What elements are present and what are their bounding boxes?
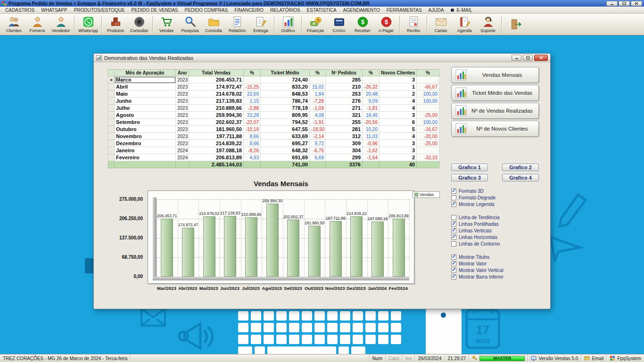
cell-item[interactable]: 100,00: [417, 119, 439, 126]
cell-ticket-medio[interactable]: 786,74: [261, 98, 310, 105]
toolbar-agenda[interactable]: Agenda: [453, 15, 476, 34]
column-header-n-pedidos[interactable]: Nº Pedidos: [326, 70, 363, 76]
cell-item[interactable]: -18,50: [310, 126, 326, 133]
cell-item[interactable]: 1,15: [244, 98, 261, 105]
cell-n-pedidos[interactable]: 271: [326, 105, 363, 112]
app-minimize-button[interactable]: [606, 1, 618, 6]
cell-item[interactable]: 8,66: [244, 140, 261, 147]
dialog-minimize-button[interactable]: [512, 55, 521, 61]
cell-item[interactable]: -2,14: [310, 133, 326, 140]
cell-item[interactable]: -1,62: [363, 147, 380, 154]
checkbox-linhas-horizontais[interactable]: Linhas Horizontais: [451, 234, 539, 240]
checkbox[interactable]: [451, 268, 456, 273]
cell-mes-de-apuracao[interactable]: Outubro: [115, 126, 176, 133]
cell-ano[interactable]: 2024: [176, 147, 189, 154]
cell-total-vendas[interactable]: 214.839,22: [189, 140, 244, 147]
cell-ticket-medio[interactable]: 691,69: [261, 154, 310, 161]
row-selector[interactable]: [108, 105, 115, 112]
cell-ano[interactable]: 2023: [176, 98, 189, 105]
cell-item[interactable]: 18,45: [363, 112, 380, 119]
row-selector[interactable]: ►: [108, 76, 115, 83]
menu-produtos-estoque[interactable]: PRODUTOS/ESTOQUE: [71, 7, 128, 13]
toolbar-entrega[interactable]: Entrega: [249, 15, 272, 34]
row-selector[interactable]: [108, 147, 115, 154]
cell-item[interactable]: [363, 76, 380, 83]
cell-ano[interactable]: 2023: [176, 140, 189, 147]
menu-pedido-compras[interactable]: PEDIDO COMPRAS: [182, 7, 231, 13]
toolbar-fornece[interactable]: Fornece: [25, 15, 49, 34]
checkbox-mostrar-titulos[interactable]: Mostrar Titulos: [451, 254, 539, 260]
cell-novos-clientes[interactable]: 1: [380, 83, 417, 90]
checkbox-mostrar-legenda[interactable]: Mostrar Legenda: [451, 201, 539, 207]
column-header-ano[interactable]: Ano: [176, 70, 189, 76]
cell-item[interactable]: -22,07: [244, 119, 261, 126]
button-n-de-vendas-realizadas[interactable]: Nº de Vendas Realizadas: [451, 103, 539, 119]
cell-item[interactable]: [244, 76, 261, 83]
cell-n-pedidos[interactable]: 285: [326, 76, 363, 83]
checkbox-linhas-verticais[interactable]: Linhas Verticais: [451, 227, 539, 234]
toolbar-whatsapp[interactable]: WhatsApp: [76, 15, 100, 34]
cell-item[interactable]: 100,00: [417, 90, 439, 98]
cell-ano[interactable]: 2023: [176, 76, 189, 83]
column-header-novos-clientes[interactable]: Novos Clientes: [380, 70, 417, 76]
cell-item[interactable]: -20,56: [363, 119, 380, 126]
menu-ferramentas[interactable]: FERRAMENTAS: [383, 7, 425, 13]
cell-total-vendas[interactable]: 217.139,83: [189, 98, 244, 105]
cell-total-vendas[interactable]: 206.813,89: [189, 154, 244, 161]
toolbar-produtos[interactable]: Produtos: [104, 15, 127, 34]
column-header-item[interactable]: %: [244, 70, 261, 76]
cell-total-vendas[interactable]: 197.711,88: [189, 133, 244, 140]
cell-item[interactable]: 10,20: [363, 126, 380, 133]
cell-item[interactable]: 9,72: [310, 140, 326, 147]
cell-mes-de-apuracao[interactable]: Agosto: [115, 112, 176, 119]
checkbox[interactable]: [451, 195, 456, 200]
row-selector[interactable]: [108, 119, 115, 126]
cell-item[interactable]: [417, 147, 439, 154]
app-maximize-button[interactable]: [619, 1, 630, 6]
checkbox-formato-3d[interactable]: Formato 3D: [451, 188, 539, 194]
checkbox-linhas-pontilhadas[interactable]: Linhas Pontilhadas: [451, 221, 539, 227]
status-email[interactable]: Email: [581, 354, 606, 362]
toolbar-financas[interactable]: $Finanças: [304, 15, 327, 34]
cell-novos-clientes[interactable]: 5: [380, 126, 417, 133]
toolbar-pesquisa[interactable]: Pesquisa: [178, 15, 202, 34]
checkbox[interactable]: [451, 228, 456, 233]
toolbar-exit-icon[interactable]: [504, 15, 527, 34]
checkbox[interactable]: [451, 222, 456, 227]
checkbox[interactable]: [451, 241, 456, 247]
toolbar-vendedor[interactable]: Vendedor: [49, 15, 73, 34]
cell-item[interactable]: -25,00: [417, 112, 439, 119]
column-header-selector[interactable]: [108, 70, 115, 76]
cell-item[interactable]: 4,93: [244, 154, 261, 161]
cell-mes-de-apuracao[interactable]: Marco: [115, 76, 176, 83]
row-selector[interactable]: [108, 83, 115, 90]
cell-item[interactable]: 4,08: [310, 112, 326, 119]
column-header-total-vendas[interactable]: Total Vendas: [189, 70, 244, 76]
menu-pedido-de-vendas[interactable]: PEDIDO DE VENDAS: [128, 7, 182, 13]
menu-cadastros[interactable]: CADASTROS: [2, 7, 38, 13]
toolbar-vendas[interactable]: Vendas: [155, 15, 178, 34]
toolbar-recibo[interactable]: Recibo: [402, 15, 425, 34]
column-header-item[interactable]: %: [417, 70, 439, 76]
cell-n-pedidos[interactable]: 309: [326, 140, 363, 147]
cell-novos-clientes[interactable]: 4: [380, 105, 417, 112]
toolbar-consulta[interactable]: Consulta: [202, 15, 225, 34]
cell-n-pedidos[interactable]: 312: [326, 133, 363, 140]
toolbar-suporte[interactable]: Suporte: [476, 15, 500, 34]
cell-ano[interactable]: 2023: [176, 83, 189, 90]
checkbox[interactable]: [451, 202, 456, 207]
cell-total-vendas[interactable]: 174.972,47: [189, 83, 244, 90]
cell-item[interactable]: -1,09: [310, 105, 326, 112]
cell-mes-de-apuracao[interactable]: Maio: [115, 90, 176, 98]
toolbar-consultar[interactable]: Consultar: [127, 15, 151, 34]
menu-e-mail[interactable]: E-MAIL: [447, 7, 475, 13]
cell-novos-clientes[interactable]: 2: [380, 154, 417, 161]
menu-agendamento[interactable]: AGENDAMENTO: [340, 7, 383, 13]
button-grafico-3[interactable]: Grafico 3: [451, 174, 488, 181]
toolbar-grafico[interactable]: Gráfico: [276, 15, 300, 34]
cell-mes-de-apuracao[interactable]: Novembro: [115, 133, 176, 140]
cell-n-pedidos[interactable]: 321: [326, 112, 363, 119]
column-header-mes-de-apuracao[interactable]: Mês de Apuração: [115, 70, 176, 76]
cell-ticket-medio[interactable]: 648,32: [261, 147, 310, 154]
cell-item[interactable]: -7,28: [310, 98, 326, 105]
